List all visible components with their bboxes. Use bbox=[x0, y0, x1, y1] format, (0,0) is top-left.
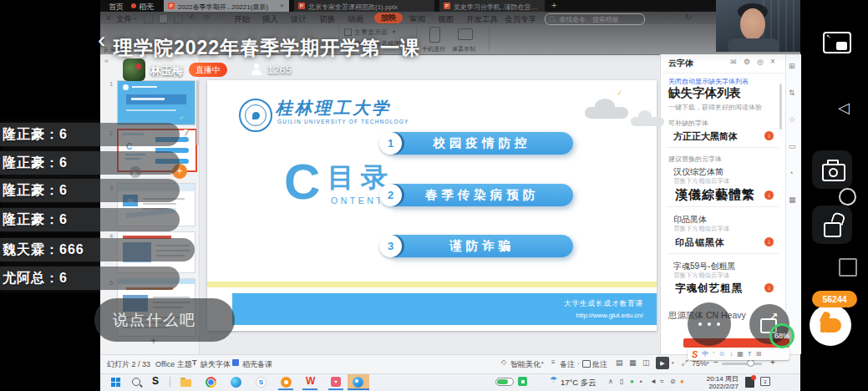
sogou-keyboard-icon[interactable]: ▦ bbox=[737, 350, 744, 358]
fit-screen-icon[interactable]: ⤢ bbox=[682, 358, 688, 368]
menu-item-devtools[interactable]: 开发工具 bbox=[466, 14, 498, 25]
cloud-download-icon[interactable]: ↓ bbox=[764, 190, 774, 200]
tray-network-icon[interactable]: ≈ bbox=[660, 378, 663, 385]
chevron-down-icon[interactable]: ▾ bbox=[707, 360, 709, 365]
menu-item-review[interactable]: 审阅 bbox=[409, 14, 425, 25]
more-options-button[interactable] bbox=[688, 302, 731, 346]
screen-record-icon[interactable] bbox=[458, 28, 473, 40]
history-panel-icon[interactable]: ◔ bbox=[789, 169, 793, 177]
like-button[interactable] bbox=[810, 304, 851, 346]
sogou-taskbar-icon[interactable]: S bbox=[152, 375, 159, 387]
gallery-panel-icon[interactable]: ▦ bbox=[789, 196, 796, 204]
power-widget-icon[interactable] bbox=[518, 377, 527, 386]
notification-center-icon[interactable] bbox=[745, 377, 754, 388]
hamburger-icon[interactable]: ≡ bbox=[106, 13, 110, 22]
doc-tab-2[interactable]: P 北京专家全景课程思政(1).pptx bbox=[294, 0, 434, 12]
menu-item-insert[interactable]: 插入 bbox=[262, 14, 278, 25]
menu-item-design[interactable]: 设计 bbox=[291, 14, 307, 25]
tray-pin-icon[interactable]: ⊘ bbox=[670, 378, 676, 385]
tray-expand-icon[interactable]: ∧ bbox=[608, 378, 613, 385]
sorter-view-icon[interactable]: ▦ bbox=[629, 358, 637, 367]
swap-panel-icon[interactable]: ⇅ bbox=[789, 89, 795, 97]
tray-orange-icon[interactable]: ● bbox=[680, 378, 684, 385]
back-button[interactable]: ‹ bbox=[98, 28, 105, 52]
files-panel-icon[interactable]: ▭ bbox=[789, 142, 796, 150]
share-panel-icon[interactable]: ⊞ bbox=[789, 62, 795, 70]
wps-taskbar-icon[interactable]: W bbox=[306, 375, 315, 387]
cloud-sync-icon[interactable]: ↻ bbox=[685, 13, 692, 22]
app-icon-pink[interactable]: ♥ bbox=[331, 377, 341, 387]
doc-tab-active[interactable]: P 2022春季学期开...20221(最新) × bbox=[164, 0, 289, 12]
windows-start-button[interactable] bbox=[111, 378, 120, 387]
slide-thumbnail-1[interactable]: ✔ bbox=[117, 80, 195, 125]
tray-app-icon[interactable]: ▪ bbox=[640, 378, 642, 385]
replacement-font-name[interactable]: 漢儀綜藝體繁 bbox=[675, 187, 755, 203]
cloud-download-icon[interactable]: ↓ bbox=[764, 237, 774, 246]
sogou-lang-icon[interactable]: 中 bbox=[702, 349, 708, 358]
file-explorer-icon[interactable] bbox=[180, 379, 191, 387]
weather-text[interactable]: 17°C 多云 bbox=[561, 378, 596, 388]
sogou-emoji-icon[interactable]: ☺ bbox=[718, 350, 725, 358]
tab-home[interactable]: 首页 bbox=[109, 2, 124, 13]
zoom-slider-knob[interactable] bbox=[747, 359, 754, 367]
sogou-toolbox-icon[interactable]: ⊞ bbox=[756, 350, 762, 358]
phone-remote-icon[interactable] bbox=[429, 27, 440, 43]
sogou-download-icon[interactable]: ↓ bbox=[729, 350, 733, 358]
search-box[interactable]: 查找命令、搜索模板 bbox=[545, 13, 645, 25]
tray-phone-icon[interactable]: ▯ bbox=[620, 378, 623, 385]
sogou-punct-icon[interactable]: ’ bbox=[713, 350, 714, 358]
edge-icon[interactable] bbox=[231, 377, 241, 388]
tab-docer[interactable]: 稻壳 bbox=[139, 2, 154, 13]
thumb-scrollbar[interactable] bbox=[196, 80, 199, 145]
new-doc-icon[interactable] bbox=[144, 14, 153, 23]
zoom-slider-track[interactable] bbox=[722, 363, 762, 365]
slideshow-play-button[interactable]: ▶ bbox=[656, 357, 669, 369]
missing-font-status[interactable]: 缺失字体 bbox=[201, 359, 231, 370]
docer-prep-label[interactable]: 稻壳备课 bbox=[242, 359, 272, 370]
theme-label[interactable]: Office 主题 bbox=[155, 359, 192, 370]
menu-item-home[interactable]: 开始 bbox=[234, 14, 250, 25]
screenshot-button[interactable] bbox=[812, 150, 852, 189]
new-tab-button[interactable]: + bbox=[551, 0, 556, 10]
notes-label[interactable]: 备注 bbox=[560, 359, 575, 370]
battery-widget-icon[interactable] bbox=[495, 378, 514, 386]
sogou-skin-icon[interactable]: T bbox=[748, 350, 752, 358]
webcam-view[interactable] bbox=[716, 0, 800, 52]
tab-close-icon[interactable]: × bbox=[280, 2, 284, 9]
tray-green-icon[interactable]: ● bbox=[630, 378, 634, 385]
reading-view-icon[interactable]: ◫ bbox=[642, 358, 650, 367]
print-icon[interactable] bbox=[174, 14, 183, 23]
app-icon-blue-s[interactable]: S bbox=[256, 377, 266, 388]
replacement-font-name[interactable]: 字魂创艺粗黑 bbox=[675, 282, 743, 296]
replacement-font-name[interactable]: 印品锯黑体 bbox=[675, 236, 725, 249]
taskbar-clock[interactable]: 20:14 周日 2022/2/27 bbox=[695, 375, 739, 390]
slide-canvas[interactable]: 桂林理工大学 GUILIN UNIVERSITY OF TECHNOLOGY ✓… bbox=[207, 80, 657, 331]
zoom-percent[interactable]: 75% bbox=[692, 359, 707, 368]
beautify-label[interactable]: 智能美化 bbox=[510, 359, 541, 370]
pane-scrollbar[interactable] bbox=[779, 84, 782, 129]
app-icon-orange[interactable] bbox=[281, 377, 292, 388]
undo-icon[interactable]: ⟲ bbox=[189, 13, 195, 22]
chat-input[interactable]: 说点什么吧 bbox=[94, 298, 235, 342]
redo-icon[interactable]: ⟳ bbox=[204, 13, 211, 22]
favorites-panel-icon[interactable]: ☆ bbox=[789, 115, 795, 124]
menu-item-slideshow-active[interactable]: 放映 bbox=[374, 13, 403, 23]
tray-volume-icon[interactable]: ◄ bbox=[650, 378, 657, 385]
doc-tab-3[interactable]: P 党史学习分学机..谨防在营防台 bbox=[439, 0, 545, 12]
pip-icon[interactable]: ↖ bbox=[823, 32, 851, 53]
comments-label[interactable]: 批注 bbox=[592, 359, 607, 370]
save-icon[interactable] bbox=[159, 14, 168, 23]
android-home-button[interactable] bbox=[839, 188, 856, 206]
chevron-down-icon[interactable]: ▾ bbox=[672, 360, 674, 365]
normal-view-icon[interactable]: ▤ bbox=[616, 358, 623, 367]
menu-item-transition[interactable]: 切换 bbox=[319, 14, 335, 25]
chrome-icon[interactable] bbox=[206, 377, 216, 388]
menu-item-membership[interactable]: 会员专享 bbox=[505, 14, 536, 25]
weather-umbrella-icon[interactable]: ☂ bbox=[550, 375, 557, 384]
menu-file[interactable]: 文件 bbox=[116, 14, 132, 25]
screen-lock-button[interactable] bbox=[812, 206, 852, 244]
cloud-download-icon[interactable]: ↓ bbox=[764, 131, 774, 140]
menu-item-view[interactable]: 视图 bbox=[438, 14, 454, 25]
streamer-avatar[interactable] bbox=[123, 58, 145, 81]
sogou-input-bar[interactable]: S 中 ’ ☺ ↓ ▦ T ⊞ bbox=[688, 348, 789, 360]
